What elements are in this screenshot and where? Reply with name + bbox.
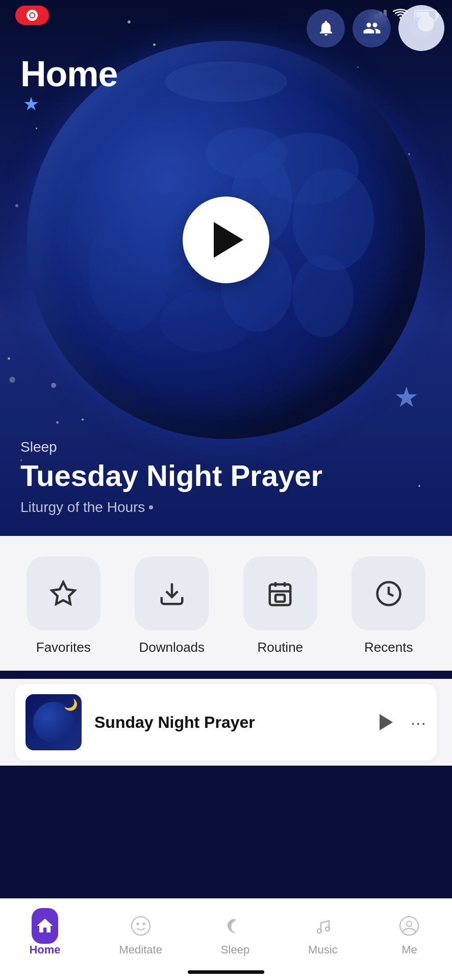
recents-label: Recents bbox=[364, 640, 413, 655]
svg-rect-20 bbox=[275, 595, 285, 602]
svg-marker-14 bbox=[52, 582, 75, 604]
svg-point-22 bbox=[132, 917, 150, 935]
nav-music-label: Music bbox=[308, 943, 337, 957]
routine-icon-container bbox=[243, 556, 317, 630]
quick-item-routine[interactable]: Routine bbox=[232, 556, 329, 655]
svg-point-24 bbox=[142, 922, 145, 925]
recording-indicator bbox=[15, 6, 49, 25]
play-button[interactable] bbox=[183, 197, 269, 283]
hero-category: Sleep bbox=[20, 439, 322, 455]
recording-dot bbox=[27, 10, 38, 21]
nav-item-home[interactable]: Home bbox=[19, 908, 70, 962]
quick-item-recents[interactable]: Recents bbox=[341, 556, 437, 655]
favorites-label: Favorites bbox=[36, 640, 91, 655]
quick-access-section: Favorites Downloads bbox=[0, 536, 452, 671]
download-icon bbox=[158, 580, 186, 607]
header-buttons bbox=[307, 5, 444, 51]
quick-item-favorites[interactable]: Favorites bbox=[15, 556, 112, 655]
nav-item-sleep[interactable]: Sleep bbox=[211, 908, 260, 962]
star-icon bbox=[49, 580, 77, 607]
deco-dot-left bbox=[9, 377, 15, 383]
nav-sleep-icon bbox=[222, 913, 248, 939]
svg-point-13 bbox=[418, 15, 434, 32]
nav-item-music[interactable]: Music bbox=[298, 908, 347, 962]
page-title-text: Home bbox=[20, 54, 117, 94]
nav-meditate-icon bbox=[128, 913, 154, 939]
svg-point-26 bbox=[325, 927, 330, 931]
globe bbox=[27, 41, 425, 439]
nav-me-icon bbox=[396, 913, 422, 939]
nav-home-label: Home bbox=[29, 943, 60, 957]
recent-thumbnail: 🌙 bbox=[26, 694, 82, 750]
favorites-icon-container bbox=[27, 556, 101, 630]
recent-more-button[interactable]: ··· bbox=[411, 713, 426, 732]
subtitle-dot bbox=[149, 505, 153, 509]
quick-access-grid: Favorites Downloads bbox=[15, 556, 437, 655]
page-title-area: Home ★ bbox=[20, 54, 117, 94]
nav-me-label: Me bbox=[401, 943, 417, 957]
recent-item-title: Sunday Night Prayer bbox=[94, 713, 360, 732]
bottom-navigation: Home Meditate Sleep bbox=[0, 898, 452, 980]
clock-icon bbox=[375, 580, 403, 607]
status-bar-left bbox=[15, 6, 49, 25]
deco-dot-left2 bbox=[56, 421, 59, 424]
deco-star-right: ★ bbox=[394, 381, 419, 413]
nav-item-me[interactable]: Me bbox=[386, 908, 433, 962]
deco-dot-top bbox=[128, 20, 131, 23]
hero-title: Tuesday Night Prayer bbox=[20, 459, 322, 492]
downloads-icon-container bbox=[135, 556, 209, 630]
home-indicator bbox=[188, 970, 264, 974]
theme-toggle-button[interactable] bbox=[398, 5, 444, 51]
nav-item-meditate[interactable]: Meditate bbox=[109, 908, 172, 962]
community-button[interactable] bbox=[353, 9, 391, 47]
routine-label: Routine bbox=[257, 640, 303, 655]
recent-play-button[interactable] bbox=[372, 708, 400, 737]
recent-thumb-moon: 🌙 bbox=[64, 698, 78, 712]
nav-music-icon bbox=[310, 913, 336, 939]
nav-home-icon bbox=[32, 913, 58, 939]
nav-meditate-label: Meditate bbox=[119, 943, 162, 957]
recent-play-icon bbox=[380, 714, 393, 730]
notifications-button[interactable] bbox=[307, 9, 345, 47]
downloads-label: Downloads bbox=[139, 640, 205, 655]
home-star-icon: ★ bbox=[23, 93, 39, 115]
recent-info: Sunday Night Prayer bbox=[94, 713, 360, 732]
recent-section: 🌙 Sunday Night Prayer ··· bbox=[0, 679, 452, 766]
calendar-icon bbox=[266, 580, 294, 607]
recent-item: 🌙 Sunday Night Prayer ··· bbox=[15, 684, 437, 761]
hero-content-info: Sleep Tuesday Night Prayer Liturgy of th… bbox=[20, 439, 322, 516]
recents-icon-container bbox=[351, 556, 425, 630]
nav-sleep-label: Sleep bbox=[221, 943, 249, 957]
svg-point-23 bbox=[136, 922, 139, 925]
svg-point-28 bbox=[407, 921, 412, 926]
recent-controls: ··· bbox=[372, 708, 426, 737]
quick-item-downloads[interactable]: Downloads bbox=[124, 556, 220, 655]
play-icon bbox=[214, 222, 243, 258]
svg-point-25 bbox=[317, 929, 321, 933]
hero-subtitle: Liturgy of the Hours bbox=[20, 499, 322, 516]
